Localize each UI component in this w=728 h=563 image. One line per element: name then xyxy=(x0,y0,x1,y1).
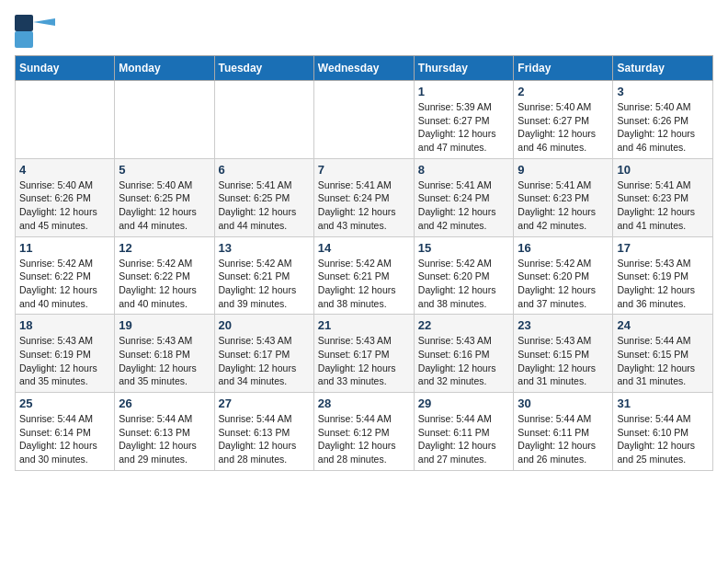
calendar-cell: 23Sunrise: 5:43 AM Sunset: 6:15 PM Dayli… xyxy=(514,315,613,393)
day-number: 6 xyxy=(219,163,310,177)
day-number: 4 xyxy=(19,163,110,177)
day-content: Sunrise: 5:44 AM Sunset: 6:15 PM Dayligh… xyxy=(617,334,709,388)
day-number: 8 xyxy=(418,163,510,177)
day-number: 26 xyxy=(119,396,210,410)
weekday-tuesday: Tuesday xyxy=(214,56,313,81)
day-number: 2 xyxy=(518,85,609,98)
calendar-cell: 31Sunrise: 5:44 AM Sunset: 6:10 PM Dayli… xyxy=(613,393,713,471)
calendar-cell xyxy=(16,81,115,159)
page-header xyxy=(15,15,713,48)
calendar-week-1: 1Sunrise: 5:39 AM Sunset: 6:27 PM Daylig… xyxy=(16,81,713,159)
day-content: Sunrise: 5:40 AM Sunset: 6:26 PM Dayligh… xyxy=(617,100,709,155)
calendar-cell: 3Sunrise: 5:40 AM Sunset: 6:26 PM Daylig… xyxy=(613,81,713,159)
day-number: 18 xyxy=(19,318,110,332)
day-content: Sunrise: 5:39 AM Sunset: 6:27 PM Dayligh… xyxy=(418,100,510,155)
day-number: 19 xyxy=(119,318,210,332)
day-number: 12 xyxy=(119,241,210,255)
calendar-cell: 16Sunrise: 5:42 AM Sunset: 6:20 PM Dayli… xyxy=(514,236,613,315)
day-content: Sunrise: 5:42 AM Sunset: 6:22 PM Dayligh… xyxy=(119,257,210,311)
svg-rect-0 xyxy=(15,15,33,31)
day-content: Sunrise: 5:43 AM Sunset: 6:18 PM Dayligh… xyxy=(119,334,210,388)
calendar-table: SundayMondayTuesdayWednesdayThursdayFrid… xyxy=(15,55,713,471)
day-number: 22 xyxy=(418,318,510,332)
day-content: Sunrise: 5:43 AM Sunset: 6:17 PM Dayligh… xyxy=(219,334,310,388)
calendar-cell: 27Sunrise: 5:44 AM Sunset: 6:13 PM Dayli… xyxy=(214,393,313,471)
day-content: Sunrise: 5:42 AM Sunset: 6:22 PM Dayligh… xyxy=(19,257,110,311)
day-content: Sunrise: 5:43 AM Sunset: 6:16 PM Dayligh… xyxy=(418,334,510,388)
calendar-week-2: 4Sunrise: 5:40 AM Sunset: 6:26 PM Daylig… xyxy=(16,158,713,236)
day-content: Sunrise: 5:44 AM Sunset: 6:13 PM Dayligh… xyxy=(119,412,210,466)
day-content: Sunrise: 5:42 AM Sunset: 6:21 PM Dayligh… xyxy=(318,257,410,311)
calendar-cell: 5Sunrise: 5:40 AM Sunset: 6:25 PM Daylig… xyxy=(115,158,214,236)
calendar-cell: 9Sunrise: 5:41 AM Sunset: 6:23 PM Daylig… xyxy=(514,158,613,236)
weekday-thursday: Thursday xyxy=(414,56,514,81)
day-number: 28 xyxy=(318,396,410,410)
day-number: 5 xyxy=(119,163,210,177)
calendar-cell: 22Sunrise: 5:43 AM Sunset: 6:16 PM Dayli… xyxy=(414,315,514,393)
calendar-cell: 1Sunrise: 5:39 AM Sunset: 6:27 PM Daylig… xyxy=(414,81,514,159)
day-content: Sunrise: 5:41 AM Sunset: 6:23 PM Dayligh… xyxy=(518,178,609,233)
day-content: Sunrise: 5:44 AM Sunset: 6:14 PM Dayligh… xyxy=(19,412,110,466)
day-number: 25 xyxy=(19,396,110,410)
day-number: 10 xyxy=(617,163,709,177)
calendar-cell: 12Sunrise: 5:42 AM Sunset: 6:22 PM Dayli… xyxy=(115,236,214,315)
day-content: Sunrise: 5:44 AM Sunset: 6:11 PM Dayligh… xyxy=(418,412,510,466)
day-number: 14 xyxy=(318,241,410,255)
day-content: Sunrise: 5:44 AM Sunset: 6:13 PM Dayligh… xyxy=(219,412,310,466)
calendar-cell: 13Sunrise: 5:42 AM Sunset: 6:21 PM Dayli… xyxy=(214,236,313,315)
day-number: 16 xyxy=(518,241,609,255)
day-number: 15 xyxy=(418,241,510,255)
calendar-week-4: 18Sunrise: 5:43 AM Sunset: 6:19 PM Dayli… xyxy=(16,315,713,393)
day-content: Sunrise: 5:44 AM Sunset: 6:10 PM Dayligh… xyxy=(617,412,709,466)
svg-marker-2 xyxy=(33,18,55,26)
calendar-week-5: 25Sunrise: 5:44 AM Sunset: 6:14 PM Dayli… xyxy=(16,393,713,471)
calendar-cell: 8Sunrise: 5:41 AM Sunset: 6:24 PM Daylig… xyxy=(414,158,514,236)
calendar-cell: 11Sunrise: 5:42 AM Sunset: 6:22 PM Dayli… xyxy=(16,236,115,315)
day-content: Sunrise: 5:44 AM Sunset: 6:12 PM Dayligh… xyxy=(318,412,410,466)
day-content: Sunrise: 5:40 AM Sunset: 6:27 PM Dayligh… xyxy=(518,100,609,155)
calendar-cell xyxy=(214,81,313,159)
day-content: Sunrise: 5:41 AM Sunset: 6:24 PM Dayligh… xyxy=(418,178,510,233)
calendar-cell: 29Sunrise: 5:44 AM Sunset: 6:11 PM Dayli… xyxy=(414,393,514,471)
logo xyxy=(15,15,59,48)
day-content: Sunrise: 5:40 AM Sunset: 6:26 PM Dayligh… xyxy=(19,178,110,233)
calendar-cell: 15Sunrise: 5:42 AM Sunset: 6:20 PM Dayli… xyxy=(414,236,514,315)
calendar-cell: 2Sunrise: 5:40 AM Sunset: 6:27 PM Daylig… xyxy=(514,81,613,159)
day-number: 1 xyxy=(418,85,510,98)
calendar-cell: 25Sunrise: 5:44 AM Sunset: 6:14 PM Dayli… xyxy=(16,393,115,471)
day-content: Sunrise: 5:44 AM Sunset: 6:11 PM Dayligh… xyxy=(518,412,609,466)
day-content: Sunrise: 5:43 AM Sunset: 6:19 PM Dayligh… xyxy=(19,334,110,388)
weekday-sunday: Sunday xyxy=(16,56,115,81)
day-content: Sunrise: 5:42 AM Sunset: 6:20 PM Dayligh… xyxy=(518,257,609,311)
calendar-cell: 6Sunrise: 5:41 AM Sunset: 6:25 PM Daylig… xyxy=(214,158,313,236)
calendar-cell: 30Sunrise: 5:44 AM Sunset: 6:11 PM Dayli… xyxy=(514,393,613,471)
day-number: 23 xyxy=(518,318,609,332)
day-content: Sunrise: 5:41 AM Sunset: 6:25 PM Dayligh… xyxy=(219,178,310,233)
day-number: 17 xyxy=(617,241,709,255)
day-content: Sunrise: 5:43 AM Sunset: 6:17 PM Dayligh… xyxy=(318,334,410,388)
day-number: 9 xyxy=(518,163,609,177)
calendar-cell: 14Sunrise: 5:42 AM Sunset: 6:21 PM Dayli… xyxy=(313,236,414,315)
weekday-wednesday: Wednesday xyxy=(313,56,414,81)
day-content: Sunrise: 5:41 AM Sunset: 6:23 PM Dayligh… xyxy=(617,178,709,233)
day-number: 31 xyxy=(617,396,709,410)
calendar-cell: 24Sunrise: 5:44 AM Sunset: 6:15 PM Dayli… xyxy=(613,315,713,393)
calendar-cell: 19Sunrise: 5:43 AM Sunset: 6:18 PM Dayli… xyxy=(115,315,214,393)
day-content: Sunrise: 5:43 AM Sunset: 6:19 PM Dayligh… xyxy=(617,257,709,311)
calendar-cell: 20Sunrise: 5:43 AM Sunset: 6:17 PM Dayli… xyxy=(214,315,313,393)
day-content: Sunrise: 5:41 AM Sunset: 6:24 PM Dayligh… xyxy=(318,178,410,233)
day-number: 20 xyxy=(219,318,310,332)
calendar-cell xyxy=(313,81,414,159)
calendar-cell: 4Sunrise: 5:40 AM Sunset: 6:26 PM Daylig… xyxy=(16,158,115,236)
day-number: 29 xyxy=(418,396,510,410)
day-number: 30 xyxy=(518,396,609,410)
day-content: Sunrise: 5:42 AM Sunset: 6:20 PM Dayligh… xyxy=(418,257,510,311)
day-number: 21 xyxy=(318,318,410,332)
weekday-friday: Friday xyxy=(514,56,613,81)
day-number: 7 xyxy=(318,163,410,177)
calendar-week-3: 11Sunrise: 5:42 AM Sunset: 6:22 PM Dayli… xyxy=(16,236,713,315)
calendar-cell: 17Sunrise: 5:43 AM Sunset: 6:19 PM Dayli… xyxy=(613,236,713,315)
calendar-cell xyxy=(115,81,214,159)
day-number: 11 xyxy=(19,241,110,255)
svg-rect-1 xyxy=(15,31,33,48)
